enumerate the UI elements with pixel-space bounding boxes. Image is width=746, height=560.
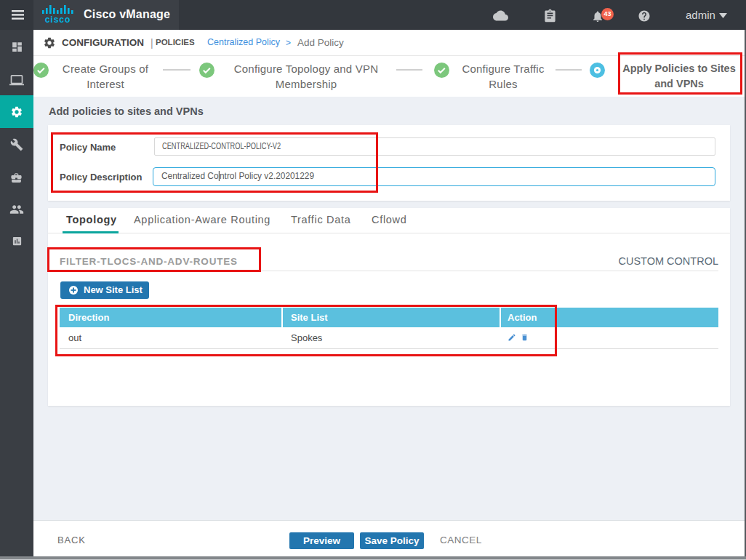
svg-text:cisco: cisco bbox=[45, 15, 71, 23]
